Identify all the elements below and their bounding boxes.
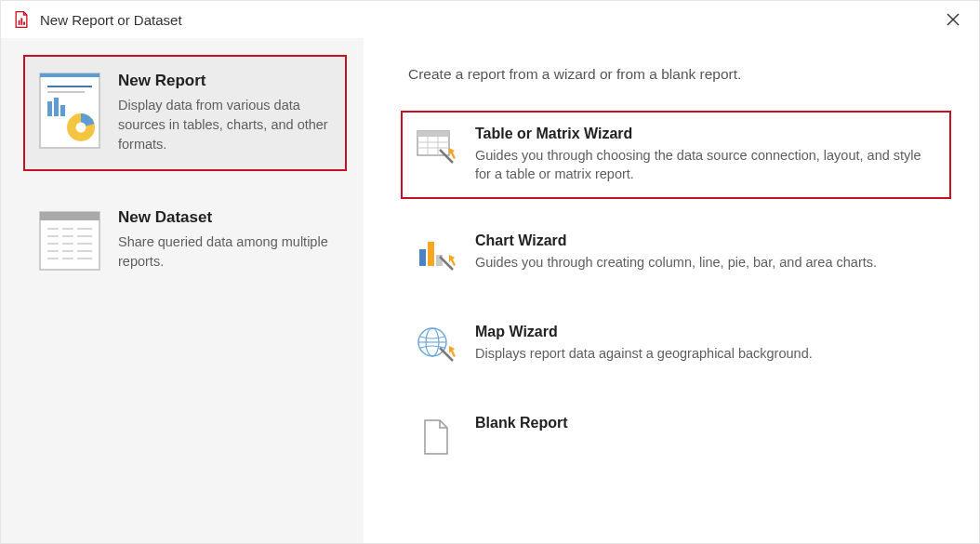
svg-rect-11 bbox=[60, 105, 65, 116]
svg-rect-9 bbox=[47, 101, 52, 116]
sidebar: New Report Display data from various dat… bbox=[1, 38, 364, 544]
sidebar-item-new-report[interactable]: New Report Display data from various dat… bbox=[23, 55, 347, 171]
new-report-desc: Display data from various data sources i… bbox=[118, 96, 334, 154]
option-blank-report[interactable]: Blank Report bbox=[401, 400, 951, 472]
svg-rect-39 bbox=[436, 255, 443, 266]
chart-wizard-desc: Guides you through creating column, line… bbox=[475, 253, 936, 272]
new-dataset-desc: Share queried data among multiple report… bbox=[118, 232, 334, 272]
table-wizard-icon bbox=[416, 127, 457, 168]
map-wizard-icon bbox=[416, 325, 457, 366]
svg-rect-0 bbox=[19, 20, 20, 25]
svg-rect-15 bbox=[40, 212, 99, 220]
map-wizard-desc: Displays report data against a geographi… bbox=[475, 344, 936, 363]
titlebar: New Report or Dataset bbox=[1, 1, 979, 38]
option-map-wizard[interactable]: Map Wizard Displays report data against … bbox=[401, 309, 951, 381]
new-dataset-title: New Dataset bbox=[118, 208, 334, 227]
svg-rect-14 bbox=[40, 212, 99, 270]
sidebar-item-new-dataset[interactable]: New Dataset Share queried data among mul… bbox=[23, 192, 347, 303]
blank-report-icon bbox=[416, 417, 457, 458]
chart-wizard-title: Chart Wizard bbox=[475, 232, 936, 249]
main-panel: Create a report from a wizard or from a … bbox=[364, 38, 979, 544]
window-title: New Report or Dataset bbox=[40, 12, 938, 28]
svg-point-13 bbox=[76, 123, 86, 133]
chart-wizard-icon bbox=[416, 234, 457, 275]
close-icon bbox=[947, 13, 960, 26]
new-report-title: New Report bbox=[118, 72, 334, 90]
svg-rect-38 bbox=[428, 242, 434, 266]
close-button[interactable] bbox=[938, 5, 968, 34]
app-icon bbox=[12, 10, 31, 29]
svg-rect-37 bbox=[419, 249, 426, 266]
svg-rect-10 bbox=[54, 98, 59, 116]
main-headline: Create a report from a wizard or from a … bbox=[408, 66, 951, 83]
svg-rect-32 bbox=[417, 131, 449, 137]
svg-rect-6 bbox=[40, 73, 99, 77]
option-table-wizard[interactable]: Table or Matrix Wizard Guides you throug… bbox=[401, 111, 951, 199]
map-wizard-title: Map Wizard bbox=[475, 324, 936, 340]
option-chart-wizard[interactable]: Chart Wizard Guides you through creating… bbox=[401, 218, 951, 290]
report-thumbnail-icon bbox=[36, 72, 103, 150]
svg-rect-1 bbox=[20, 18, 22, 25]
blank-report-title: Blank Report bbox=[475, 415, 936, 431]
svg-rect-2 bbox=[23, 22, 25, 25]
table-wizard-desc: Guides you through choosing the data sou… bbox=[475, 146, 936, 184]
dataset-thumbnail-icon bbox=[36, 208, 103, 286]
table-wizard-title: Table or Matrix Wizard bbox=[475, 126, 936, 142]
